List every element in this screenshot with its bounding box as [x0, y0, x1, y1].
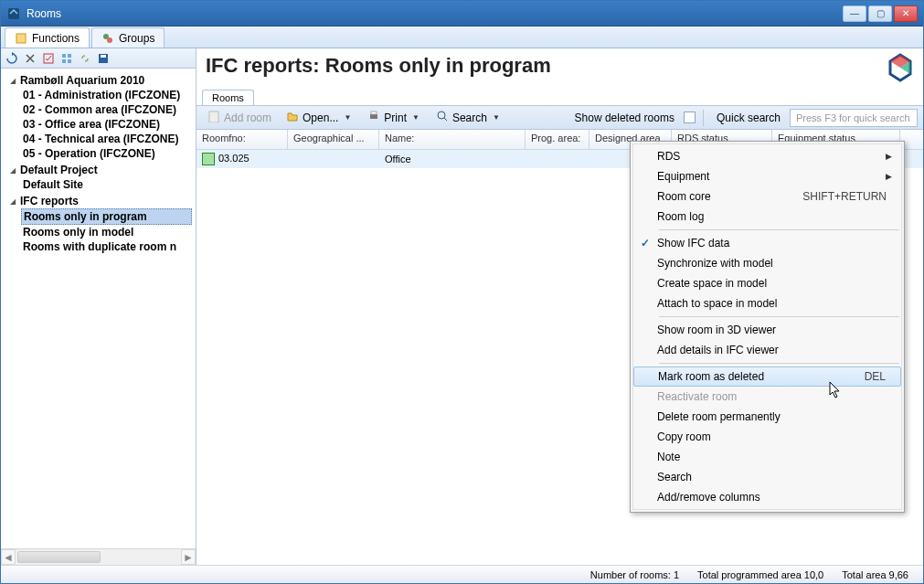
svg-rect-10: [101, 55, 106, 58]
tree-item-zone[interactable]: 03 - Office area (IFCZONE): [21, 117, 192, 132]
show-deleted-checkbox[interactable]: [684, 111, 696, 123]
menu-item[interactable]: Room coreSHIFT+RETURN: [633, 186, 901, 207]
maximize-button[interactable]: ▢: [868, 5, 892, 22]
svg-rect-12: [370, 114, 377, 119]
menu-item[interactable]: Show room in 3D viewer: [633, 320, 901, 340]
sidebar-toolbar: [1, 48, 196, 69]
tab-groups[interactable]: Groups: [91, 27, 165, 48]
menu-item[interactable]: Note: [633, 447, 901, 467]
cell-value: Office: [379, 152, 526, 166]
scroll-left-icon[interactable]: ◄: [1, 549, 16, 565]
menu-item[interactable]: Attach to space in model: [633, 293, 901, 313]
dropdown-icon[interactable]: ▼: [491, 113, 502, 122]
quick-search-input[interactable]: Press F3 for quick search: [790, 109, 918, 127]
menu-item-label: Attach to space in model: [657, 297, 894, 310]
tree-item-rooms-only-model[interactable]: Rooms only in model: [21, 225, 192, 239]
expander-icon[interactable]: ◢: [8, 166, 16, 175]
cell-value: [288, 157, 379, 161]
status-total-area: Total area 9,66: [833, 569, 918, 580]
add-room-button[interactable]: Add room: [202, 108, 277, 127]
show-deleted-label: Show deleted rooms: [569, 111, 680, 124]
menu-item[interactable]: Create space in model: [633, 273, 901, 293]
placeholder-text: Press F3 for quick search: [796, 112, 910, 123]
svg-rect-5: [62, 54, 66, 58]
tree-item-ifc-reports[interactable]: ◢ IFC reports: [6, 194, 192, 208]
scrollbar-thumb[interactable]: [17, 551, 101, 563]
menu-item-label: Copy room: [657, 430, 894, 443]
button-label: Add room: [224, 111, 271, 124]
tree-item-project[interactable]: ◢ Default Project: [6, 163, 192, 177]
menu-item-label: Mark room as deleted: [658, 370, 865, 383]
svg-rect-1: [16, 34, 26, 43]
minimize-button[interactable]: —: [843, 5, 866, 22]
menu-item[interactable]: Delete room permanently: [633, 407, 901, 427]
menu-item-label: Note: [657, 451, 894, 463]
print-button[interactable]: Print ▼: [362, 108, 427, 127]
tree-item-rooms-duplicate[interactable]: Rooms with duplicate room n: [21, 239, 192, 254]
menu-item[interactable]: Mark room as deletedDEL: [633, 366, 901, 387]
menu-separator: [659, 316, 899, 317]
svg-point-3: [107, 37, 112, 43]
menu-item-label: Search: [657, 471, 894, 483]
menu-item-label: Equipment: [657, 170, 886, 183]
menu-item[interactable]: RDS▶: [633, 146, 901, 166]
tile-icon[interactable]: [59, 51, 74, 66]
expander-icon[interactable]: ◢: [8, 77, 16, 85]
tree-item-project[interactable]: ◢ Rambøll Aquarium 2010: [6, 73, 192, 88]
svg-rect-11: [209, 111, 218, 122]
menu-item[interactable]: Synchronize with model: [633, 253, 901, 273]
menu-item[interactable]: Search: [633, 467, 901, 487]
menu-item-label: Show room in 3D viewer: [657, 324, 894, 336]
expander-icon[interactable]: ◢: [8, 197, 16, 206]
menu-item[interactable]: ✓Show IFC data: [633, 233, 901, 253]
tree-item-site[interactable]: Default Site: [21, 177, 192, 192]
status-bar: Number of rooms: 1 Total programmed area…: [1, 565, 923, 583]
search-icon: [436, 110, 449, 125]
menu-item[interactable]: Add details in IFC viewer: [633, 340, 901, 360]
scroll-right-icon[interactable]: ►: [181, 549, 196, 565]
column-header[interactable]: Roomfno:: [196, 130, 288, 149]
column-header[interactable]: Prog. area:: [526, 130, 589, 149]
tree-item-zone[interactable]: 04 - Technical area (IFCZONE): [21, 132, 192, 146]
check-icon[interactable]: [41, 51, 56, 66]
scrollbar-track[interactable]: [16, 549, 181, 565]
tree-item-zone[interactable]: 02 - Common area (IFCZONE): [21, 102, 192, 117]
inner-tabstrip: Rooms: [196, 86, 923, 106]
dropdown-icon[interactable]: ▼: [410, 113, 421, 122]
search-button[interactable]: Search ▼: [430, 108, 507, 127]
menu-separator: [659, 229, 899, 230]
tree-item-zone[interactable]: 05 - Operation (IFCZONE): [21, 146, 192, 161]
menu-item[interactable]: Room log: [633, 207, 901, 227]
open-button[interactable]: Open... ▼: [281, 108, 358, 127]
save-icon[interactable]: [96, 51, 111, 66]
menu-item-label: Add/remove columns: [657, 491, 894, 504]
sidebar-hscrollbar[interactable]: ◄ ►: [1, 548, 196, 565]
column-header[interactable]: Geographical ...: [288, 130, 379, 149]
check-icon: ✓: [641, 237, 650, 250]
menu-item-label: Add details in IFC viewer: [657, 344, 894, 356]
refresh-icon[interactable]: [5, 51, 19, 66]
link-icon[interactable]: [78, 51, 92, 66]
toolbar-separator: [703, 110, 704, 126]
tab-rooms[interactable]: Rooms: [202, 90, 254, 105]
menu-item[interactable]: Equipment▶: [633, 166, 901, 186]
tree-item-zone[interactable]: 01 - Administration (IFCZONE): [21, 88, 192, 102]
menu-accelerator: DEL: [865, 370, 893, 383]
cut-icon[interactable]: [23, 51, 37, 66]
close-button[interactable]: ✕: [894, 5, 918, 22]
tab-functions[interactable]: Functions: [5, 27, 90, 48]
menu-item[interactable]: Copy room: [633, 427, 901, 447]
quick-search-label: Quick search: [711, 111, 786, 124]
column-header[interactable]: Name:: [379, 130, 526, 149]
dropdown-icon[interactable]: ▼: [342, 113, 353, 122]
main-panel: IFC reports: Rooms only in program Rooms…: [196, 48, 923, 565]
menu-item-label: Show IFC data: [657, 237, 894, 250]
menu-item-label: Room log: [657, 210, 894, 223]
add-icon: [207, 110, 220, 125]
cell-value: [526, 157, 589, 161]
tree-view[interactable]: ◢ Rambøll Aquarium 2010 01 - Administrat…: [1, 69, 196, 548]
tree-item-rooms-only-program[interactable]: Rooms only in program: [21, 208, 192, 225]
menu-item[interactable]: Add/remove columns: [633, 487, 901, 507]
tab-label: Functions: [32, 32, 80, 45]
functions-icon: [15, 32, 27, 45]
